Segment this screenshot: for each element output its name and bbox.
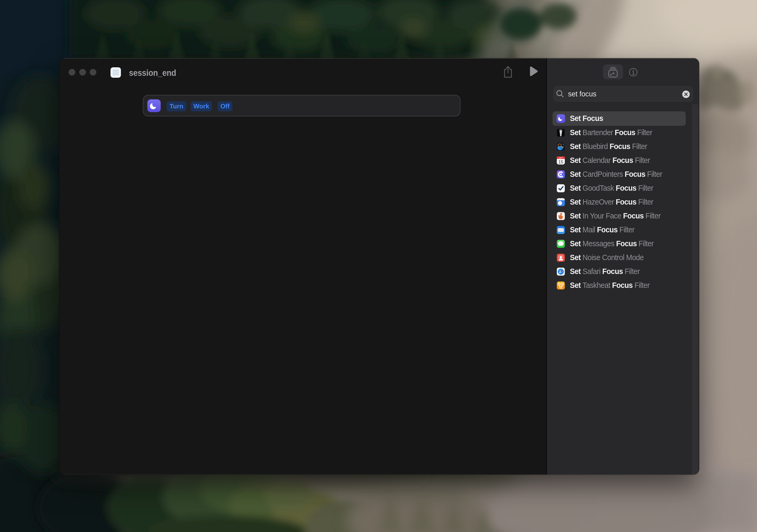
- svg-text:15: 15: [559, 159, 563, 164]
- svg-text:OCT: OCT: [559, 157, 562, 159]
